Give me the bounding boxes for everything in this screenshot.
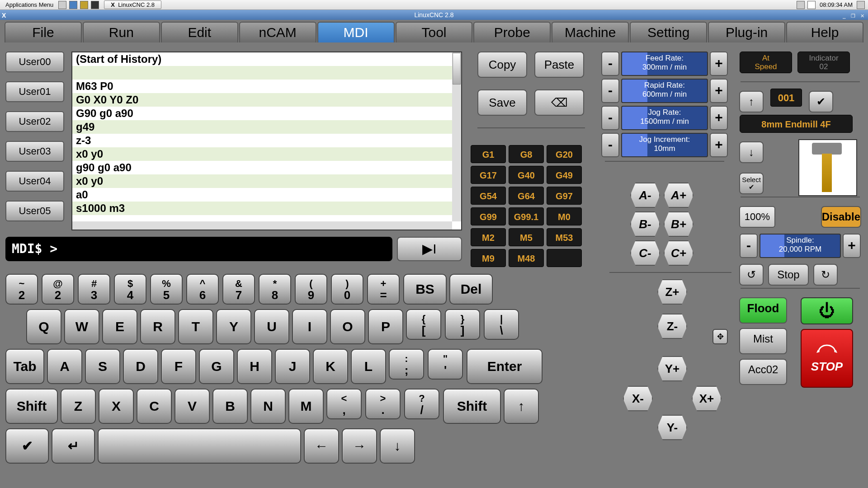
key-E[interactable]: E	[102, 309, 137, 344]
tab-tool[interactable]: Tool	[396, 22, 473, 42]
user04-button[interactable]: User04	[5, 171, 64, 192]
jog-x-plus[interactable]: X+	[692, 386, 722, 411]
gcode-M2[interactable]: M2	[471, 228, 506, 246]
history-line[interactable]	[72, 66, 461, 80]
key-X[interactable]: X	[99, 389, 134, 424]
key-Del[interactable]: Del	[449, 274, 493, 305]
key-I[interactable]: I	[292, 309, 327, 344]
key-2[interactable]: @2	[42, 274, 74, 305]
key-Tab[interactable]: Tab	[5, 349, 44, 384]
taskbar-icon-1[interactable]	[58, 1, 66, 9]
key-→[interactable]: →	[342, 428, 377, 464]
acc02-button[interactable]: Acc02	[739, 359, 787, 385]
gcode-G40[interactable]: G40	[509, 166, 544, 184]
rate-0-plus[interactable]: +	[710, 52, 728, 76]
key-Enter[interactable]: Enter	[467, 349, 542, 384]
gcode-G54[interactable]: G54	[471, 187, 506, 205]
rate-3-minus[interactable]: -	[601, 133, 619, 157]
key-/[interactable]: ?/	[404, 389, 439, 419]
key-F[interactable]: F	[161, 349, 196, 384]
tray-icon-1[interactable]	[797, 1, 805, 9]
key-BS[interactable]: BS	[403, 274, 447, 305]
user03-button[interactable]: User03	[5, 141, 64, 162]
tray-icon-3[interactable]	[857, 1, 865, 9]
key-W[interactable]: W	[64, 309, 99, 344]
key-D[interactable]: D	[123, 349, 158, 384]
jog-c-minusplus[interactable]: C+	[664, 240, 693, 266]
copy-button[interactable]: Copy	[477, 52, 527, 78]
key-Shift[interactable]: Shift	[5, 389, 58, 424]
user01-button[interactable]: User01	[5, 81, 64, 102]
save-button[interactable]: Save	[477, 89, 527, 116]
user02-button[interactable]: User02	[5, 111, 64, 132]
history-line[interactable]: (Start of History)	[72, 52, 461, 66]
gcode-G99.1[interactable]: G99.1	[509, 207, 544, 225]
rate-2-plus[interactable]: +	[710, 106, 728, 130]
history-vscroll[interactable]	[452, 52, 461, 221]
key-7[interactable]: &7	[222, 274, 255, 305]
taskbar-icon-2[interactable]	[69, 1, 77, 9]
spindle-stop-button[interactable]: Stop	[768, 264, 809, 286]
spindle-disable-button[interactable]: Disable	[821, 206, 861, 228]
gcode-G20[interactable]: G20	[547, 145, 582, 163]
jog-z-plus[interactable]: Z+	[657, 279, 687, 305]
tray-icon-2[interactable]	[807, 1, 816, 9]
key-\[interactable]: |\	[484, 309, 519, 340]
rate-1-plus[interactable]: +	[710, 79, 728, 103]
history-line[interactable]: G0 X0 Y0 Z0	[72, 93, 461, 107]
key-G[interactable]: G	[199, 349, 234, 384]
tab-ncam[interactable]: nCAM	[239, 22, 316, 42]
history-line[interactable]: z-3	[72, 134, 461, 147]
tab-run[interactable]: Run	[83, 22, 160, 42]
gcode-G1[interactable]: G1	[471, 145, 506, 163]
tab-file[interactable]: File	[5, 22, 82, 42]
key-O[interactable]: O	[330, 309, 365, 344]
key-Q[interactable]: Q	[26, 309, 61, 344]
mdi-input[interactable]: MDI$ >	[5, 237, 392, 261]
tool-select-button[interactable]: Select✔	[739, 173, 764, 194]
key-M[interactable]: M	[288, 389, 324, 424]
key-8[interactable]: *8	[259, 274, 291, 305]
key-H[interactable]: H	[237, 349, 272, 384]
key-T[interactable]: T	[178, 309, 213, 344]
key-P[interactable]: P	[368, 309, 403, 344]
key-←[interactable]: ←	[304, 428, 339, 464]
gcode-M53[interactable]: M53	[547, 228, 582, 246]
jog-b-minus[interactable]: B-	[630, 211, 660, 237]
key-K[interactable]: K	[313, 349, 348, 384]
gcode-G8[interactable]: G8	[509, 145, 544, 163]
key-4[interactable]: $4	[114, 274, 146, 305]
run-button[interactable]: ▶I	[397, 237, 462, 261]
key-[[interactable]: {[	[406, 309, 441, 340]
key-,[interactable]: <,	[326, 389, 362, 419]
backspace-button[interactable]: ⌫	[534, 89, 584, 116]
history-line[interactable]: x0 y0	[72, 174, 461, 188]
key-0[interactable]: )0	[331, 274, 363, 305]
mdi-history[interactable]: (Start of History)M63 P0G0 X0 Y0 Z0G90 g…	[71, 52, 462, 230]
key-Y[interactable]: Y	[216, 309, 251, 344]
gcode-G17[interactable]: G17	[471, 166, 506, 184]
gcode-M0[interactable]: M0	[547, 207, 582, 225]
flood-button[interactable]: Flood	[739, 297, 787, 324]
key-↵[interactable]: ↵	[52, 428, 95, 464]
key-C[interactable]: C	[137, 389, 172, 424]
key-'[interactable]: "'	[428, 349, 463, 380]
tool-ok-button[interactable]: ✔	[809, 91, 833, 113]
history-line[interactable]: M63 P0	[72, 80, 461, 93]
key-5[interactable]: %5	[150, 274, 183, 305]
power-button[interactable]: ⏻	[801, 297, 853, 324]
key-3[interactable]: #3	[78, 274, 110, 305]
history-line[interactable]: g90 g0 a90	[72, 161, 461, 174]
jog-z-minus[interactable]: Z-	[657, 314, 687, 339]
key-=[interactable]: +=	[367, 274, 400, 305]
jog-a-minusplus[interactable]: A+	[664, 183, 693, 208]
estop-button[interactable]: STOP	[801, 329, 853, 388]
key- [interactable]	[98, 428, 301, 464]
tab-machine[interactable]: Machine	[552, 22, 629, 42]
key-;[interactable]: :;	[389, 349, 424, 380]
taskbar-icon-3[interactable]	[80, 1, 88, 9]
jog-x-minus[interactable]: X-	[623, 386, 653, 411]
key-L[interactable]: L	[351, 349, 386, 384]
mist-button[interactable]: Mist	[739, 328, 787, 354]
key-Z[interactable]: Z	[61, 389, 96, 424]
